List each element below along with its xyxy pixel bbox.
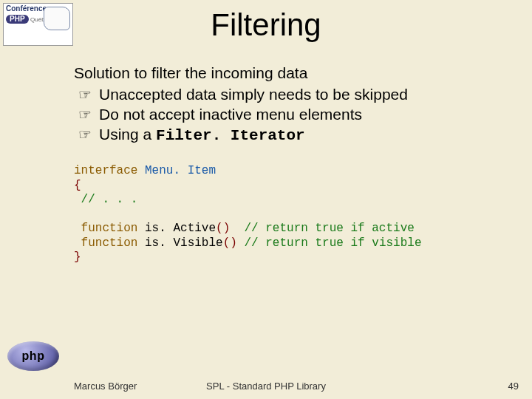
bullet-item: ☞ Unaccepted data simply needs to be ski… [78,85,510,105]
code-keyword: interface [74,164,145,177]
code-block: interface Menu. Item { // . . . function… [74,164,510,265]
bullet-list: ☞ Unaccepted data simply needs to be ski… [74,85,510,146]
footer-title: SPL - Standard PHP Library [0,381,532,392]
bullet-text: Using a Filter. Iterator [99,125,510,146]
pointing-hand-icon: ☞ [78,106,99,125]
slide-title: Filtering [0,7,532,43]
code-fn-name: is. Active [145,222,216,235]
code-keyword: function [74,222,145,235]
pointing-hand-icon: ☞ [78,86,99,105]
php-logo: php [7,341,59,371]
bullet-prefix: Using a [99,126,156,143]
code-comment: // . . . [74,193,137,206]
code-brace: } [74,250,81,264]
code-parens: () [216,222,244,235]
bullet-text: Unaccepted data simply needs to be skipp… [99,85,510,105]
bullet-item: ☞ Do not accept inactive menu elements [78,105,510,125]
php-oval-icon: php [7,341,59,371]
code-classname: Menu. Item [145,164,216,177]
intro-text: Solution to filter the incoming data [74,64,510,83]
slide: Conférence PHP Québec Filtering Solution… [0,0,532,399]
code-comment: // return true if visible [244,236,421,250]
code-fn-name: is. Visible [145,236,223,250]
code-keyword: function [74,236,145,250]
bullet-text: Do not accept inactive menu elements [99,105,510,125]
footer-page-number: 49 [508,381,519,392]
php-logo-text: php [22,349,45,363]
code-brace: { [74,179,81,192]
pointing-hand-icon: ☞ [78,126,99,145]
bullet-mono: Filter. Iterator [156,127,305,144]
slide-body: Solution to filter the incoming data ☞ U… [74,64,510,146]
code-comment: // return true if active [244,222,414,235]
slide-footer: Marcus Börger SPL - Standard PHP Library… [0,377,532,392]
bullet-item: ☞ Using a Filter. Iterator [78,125,510,146]
code-parens: () [223,236,245,250]
